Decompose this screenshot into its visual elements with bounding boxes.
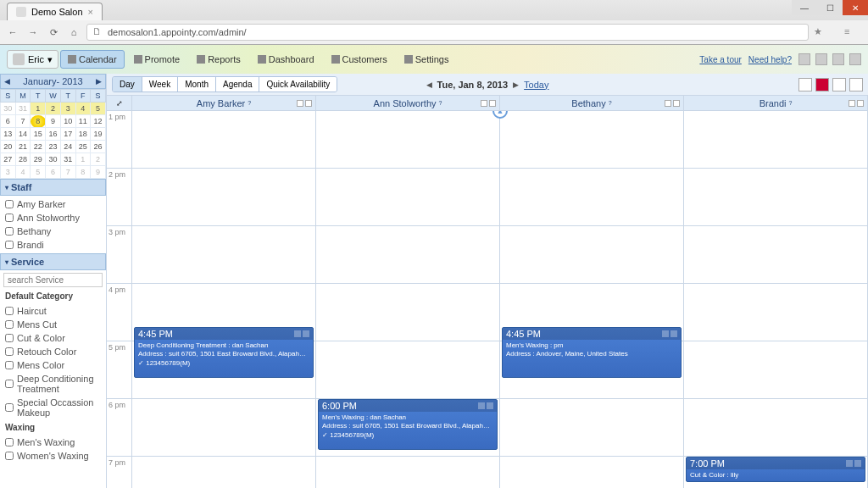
- bookmark-icon[interactable]: ★: [814, 26, 826, 38]
- minical-day[interactable]: 21: [15, 141, 31, 153]
- appointment[interactable]: 7:00 PMCut & Color : lilyAddress : Andov…: [686, 457, 865, 482]
- checkbox[interactable]: [5, 361, 14, 369]
- minical-day[interactable]: 24: [60, 141, 75, 153]
- nav-dashboard[interactable]: Dashboard: [250, 50, 322, 69]
- minical-day[interactable]: 3: [60, 103, 75, 115]
- header-icon-1[interactable]: [798, 53, 810, 65]
- menu-icon[interactable]: ≡: [844, 26, 856, 38]
- minical-day[interactable]: 28: [15, 153, 31, 166]
- staff-item[interactable]: Bethany: [0, 225, 106, 238]
- today-link[interactable]: Today: [524, 80, 548, 90]
- col-opt-icon[interactable]: [297, 100, 303, 107]
- minical-day[interactable]: 2: [91, 153, 106, 166]
- view-agenda[interactable]: Agenda: [216, 77, 259, 92]
- take-tour-link[interactable]: Take a tour: [699, 55, 741, 64]
- header-icon-2[interactable]: [815, 53, 827, 65]
- minical-day[interactable]: 6: [46, 166, 61, 179]
- minical-day[interactable]: 6: [1, 115, 16, 128]
- window-minimize[interactable]: —: [792, 0, 817, 15]
- staff-panel-head[interactable]: Staff: [0, 179, 106, 196]
- service-item[interactable]: Deep Conditioning Treatment: [0, 372, 106, 396]
- url-bar[interactable]: 🗋 demosalon1.appointy.com/admin/: [86, 24, 809, 41]
- checkbox[interactable]: [5, 403, 14, 412]
- checkbox[interactable]: [5, 380, 14, 388]
- minical-day[interactable]: 5: [31, 166, 46, 179]
- nav-forward-icon[interactable]: →: [25, 25, 41, 40]
- waxing-item[interactable]: Women's Waxing: [0, 449, 106, 463]
- minical-day[interactable]: 3: [1, 166, 16, 179]
- checkbox[interactable]: [5, 307, 14, 315]
- checkbox[interactable]: [5, 438, 14, 446]
- service-item[interactable]: Retouch Color: [0, 345, 106, 358]
- need-help-link[interactable]: Need help?: [748, 55, 792, 64]
- minical-day[interactable]: 4: [15, 166, 31, 179]
- appointment[interactable]: 4:45 PMDeep Conditioning Treatment : dan…: [134, 327, 314, 378]
- minical-day[interactable]: 25: [75, 141, 91, 153]
- minical-day[interactable]: 2: [46, 103, 61, 115]
- toolbar-icon-red[interactable]: [815, 78, 829, 92]
- minical-day[interactable]: 31: [60, 153, 75, 166]
- nav-calendar[interactable]: Calendar: [60, 50, 125, 69]
- minical-day[interactable]: 7: [15, 115, 31, 128]
- nav-customers[interactable]: Customers: [324, 50, 395, 69]
- service-item[interactable]: Cut & Color: [0, 331, 106, 345]
- service-search-input[interactable]: [3, 273, 103, 287]
- window-maximize[interactable]: ☐: [817, 0, 843, 15]
- minical-day[interactable]: 17: [60, 128, 75, 141]
- service-item[interactable]: Haircut: [0, 304, 106, 318]
- checkbox[interactable]: [5, 241, 14, 249]
- browser-tab[interactable]: Demo Salon ×: [7, 3, 103, 20]
- header-icon-3[interactable]: [832, 53, 844, 65]
- service-panel-head[interactable]: Service: [0, 253, 106, 270]
- staff-item[interactable]: Ann Stolworthy: [0, 211, 106, 225]
- col-opt-icon[interactable]: [849, 100, 855, 107]
- checkbox[interactable]: [5, 334, 14, 342]
- minical-day[interactable]: 30: [46, 153, 61, 166]
- minical-day[interactable]: 22: [31, 141, 46, 153]
- col-opt-icon[interactable]: [665, 100, 671, 107]
- refresh-icon[interactable]: [849, 78, 863, 92]
- calendar-column[interactable]: 4:45 PMMen's Waxing : pmAddress : Andove…: [500, 111, 684, 488]
- expand-icon[interactable]: ⤢: [116, 99, 123, 108]
- view-quick-availability[interactable]: Quick Availability: [259, 77, 337, 92]
- header-icon-4[interactable]: [849, 53, 861, 65]
- nav-settings[interactable]: Settings: [397, 50, 457, 69]
- minical-day[interactable]: 16: [46, 128, 61, 141]
- minical-day[interactable]: 27: [1, 153, 16, 166]
- tab-close-icon[interactable]: ×: [88, 7, 93, 17]
- date-next-icon[interactable]: ▶: [513, 80, 519, 89]
- minical-day[interactable]: 5: [91, 103, 106, 115]
- minical-day[interactable]: 15: [31, 128, 46, 141]
- view-week[interactable]: Week: [142, 77, 178, 92]
- nav-back-icon[interactable]: ←: [5, 25, 20, 40]
- col-opt-icon[interactable]: [673, 100, 680, 107]
- service-item[interactable]: Mens Cut: [0, 318, 106, 331]
- minical-day[interactable]: 13: [1, 128, 16, 141]
- minical-day[interactable]: 7: [60, 166, 75, 179]
- nav-reload-icon[interactable]: ⟳: [46, 25, 61, 40]
- minical-day[interactable]: 31: [15, 103, 31, 115]
- checkbox[interactable]: [5, 227, 14, 236]
- calendar-column[interactable]: 6:00 PMMen's Waxing : dan SachanAddress …: [316, 111, 500, 488]
- minical-day[interactable]: 19: [91, 128, 106, 141]
- view-day[interactable]: Day: [113, 77, 142, 92]
- col-opt-icon[interactable]: [305, 100, 312, 107]
- checkbox[interactable]: [5, 347, 14, 356]
- minical-day[interactable]: 14: [15, 128, 31, 141]
- minical-prev-icon[interactable]: ◀: [4, 77, 10, 86]
- col-opt-icon[interactable]: [489, 100, 496, 107]
- calendar-column[interactable]: 4:45 PMDeep Conditioning Treatment : dan…: [132, 111, 316, 488]
- minical-day[interactable]: 9: [91, 166, 106, 179]
- extension-icon[interactable]: [829, 26, 841, 38]
- minical-next-icon[interactable]: ▶: [96, 77, 102, 86]
- minical-day[interactable]: 23: [46, 141, 61, 153]
- window-close[interactable]: ✕: [843, 0, 868, 15]
- nav-home-icon[interactable]: ⌂: [66, 25, 81, 40]
- minical-day[interactable]: 1: [75, 153, 91, 166]
- minical-day[interactable]: 29: [31, 153, 46, 166]
- staff-item[interactable]: Brandi: [0, 238, 106, 252]
- col-opt-icon[interactable]: [857, 100, 864, 107]
- minical-day[interactable]: 18: [75, 128, 91, 141]
- checkbox[interactable]: [5, 452, 14, 460]
- staff-item[interactable]: Amy Barker: [0, 197, 106, 211]
